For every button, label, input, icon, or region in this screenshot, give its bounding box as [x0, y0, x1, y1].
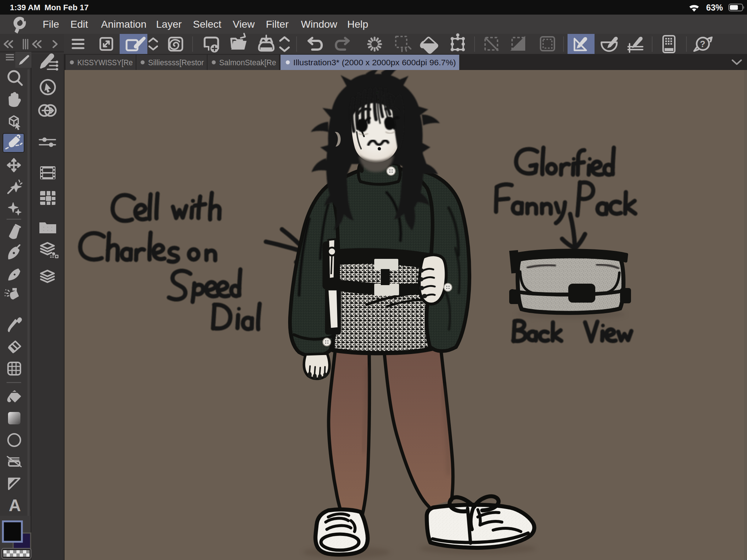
svg-text:Edit: Edit [70, 19, 88, 30]
svg-text:Animation: Animation [101, 19, 147, 30]
svg-text:Layer: Layer [156, 19, 182, 30]
svg-text:Select: Select [193, 19, 221, 30]
svg-text:Help: Help [347, 19, 368, 30]
svg-text:Illustration3* (2000 x 2000px: Illustration3* (2000 x 2000px 600dpi 96.… [293, 58, 456, 67]
svg-text:Silliessss[Restor: Silliessss[Restor [148, 58, 204, 67]
svg-text:Filter: Filter [266, 19, 289, 30]
svg-text:Window: Window [301, 19, 337, 30]
svg-text:63%: 63% [706, 3, 723, 12]
svg-text:View: View [233, 19, 255, 30]
svg-text:SalmonSteak[Re: SalmonSteak[Re [219, 58, 276, 67]
svg-text:KISSYWISSY[Re: KISSYWISSY[Re [77, 58, 133, 67]
svg-text:Mon Feb 17: Mon Feb 17 [44, 3, 89, 12]
svg-text:File: File [43, 19, 59, 30]
svg-text:?: ? [700, 39, 705, 49]
svg-text:A: A [9, 496, 21, 515]
svg-text:1:39 AM: 1:39 AM [10, 3, 40, 12]
